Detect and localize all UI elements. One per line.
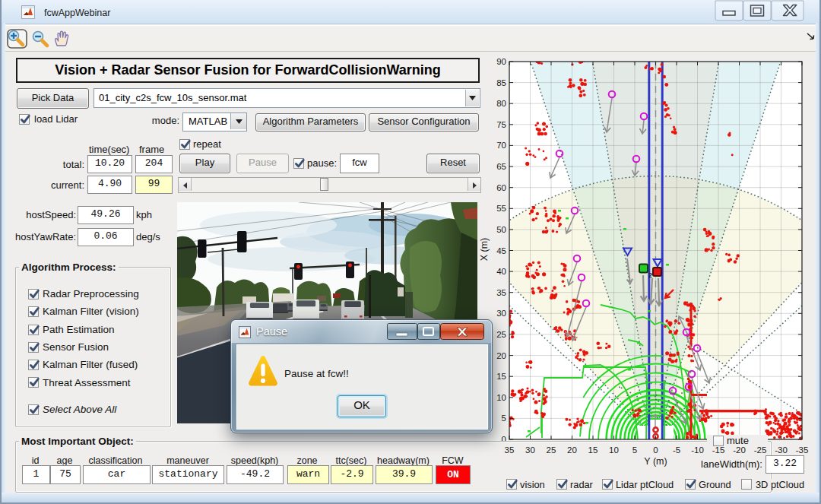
svg-text:65: 65 bbox=[496, 162, 506, 171]
svg-text:70: 70 bbox=[496, 141, 506, 150]
svg-text:60: 60 bbox=[496, 183, 506, 192]
svg-text:25: 25 bbox=[496, 330, 506, 339]
svg-text:85: 85 bbox=[496, 78, 506, 87]
svg-text:50: 50 bbox=[496, 225, 506, 234]
svg-text:20: 20 bbox=[496, 351, 506, 360]
svg-text:X (m): X (m) bbox=[479, 238, 490, 262]
svg-text:35: 35 bbox=[496, 288, 506, 297]
svg-text:30: 30 bbox=[496, 309, 506, 318]
svg-text:5: 5 bbox=[502, 414, 506, 423]
svg-text:10: 10 bbox=[496, 393, 506, 402]
svg-text:15: 15 bbox=[496, 372, 506, 381]
svg-text:80: 80 bbox=[496, 99, 506, 108]
svg-text:-35: -35 bbox=[796, 445, 809, 455]
svg-text:40: 40 bbox=[496, 267, 506, 276]
svg-text:55: 55 bbox=[496, 204, 506, 213]
svg-text:75: 75 bbox=[496, 120, 506, 129]
svg-text:90: 90 bbox=[496, 57, 506, 66]
svg-text:2: 2 bbox=[648, 271, 652, 279]
svg-text:-30: -30 bbox=[775, 445, 788, 455]
svg-text:45: 45 bbox=[496, 246, 506, 255]
